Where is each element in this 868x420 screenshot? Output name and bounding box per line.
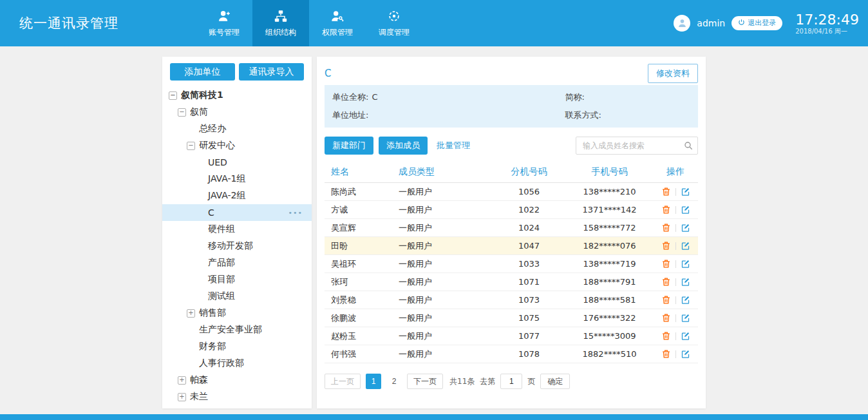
expander-spacer	[196, 192, 204, 200]
member-name: 张珂	[325, 276, 399, 288]
tree-item-menu-icon[interactable]: •••	[288, 209, 303, 217]
delete-member-icon[interactable]	[661, 241, 671, 251]
user-add-icon	[217, 8, 231, 24]
member-extension: 1078	[492, 349, 566, 359]
tree-item-1[interactable]: −叙简	[162, 104, 312, 120]
avatar[interactable]	[674, 15, 690, 32]
expander-spacer	[187, 326, 195, 334]
table-row-8: 赵粉玉一般用户107715*****3009	[325, 327, 698, 345]
tree-item-0[interactable]: −叙简科技1	[162, 87, 312, 104]
collapse-icon[interactable]: −	[169, 91, 177, 100]
nav-dispatch-management[interactable]: 调度管理	[366, 0, 422, 46]
tree-item-3[interactable]: −研发中心	[162, 137, 312, 154]
new-department-button[interactable]: 新建部门	[325, 137, 373, 155]
expand-icon[interactable]: +	[178, 393, 186, 401]
member-name: 田盼	[325, 240, 399, 252]
member-name: 方诚	[325, 204, 399, 216]
expand-icon[interactable]: +	[187, 309, 195, 318]
tree-item-7[interactable]: C•••	[162, 204, 312, 221]
import-contacts-button[interactable]: 通讯录导入	[239, 63, 304, 81]
tree-item-label: 硬件组	[208, 224, 235, 235]
next-page-button[interactable]: 下一页	[407, 374, 443, 389]
unit-info-box: 单位全称:C 简称: 单位地址: 联系方式:	[325, 85, 698, 128]
member-operations	[653, 331, 698, 341]
user-key-icon	[330, 8, 344, 24]
col-operations: 操作	[653, 166, 698, 178]
member-name: 吴祖环	[325, 258, 399, 270]
edit-member-icon[interactable]	[681, 295, 690, 305]
edit-profile-button[interactable]: 修改资料	[648, 64, 698, 83]
member-type: 一般用户	[399, 240, 492, 252]
delete-member-icon[interactable]	[661, 187, 671, 196]
edit-member-icon[interactable]	[681, 205, 690, 215]
edit-member-icon[interactable]	[681, 349, 690, 359]
member-mobile: 158*****772	[566, 223, 653, 233]
tree-item-4[interactable]: UED	[162, 154, 312, 171]
expander-spacer	[187, 359, 195, 368]
goto-page-input[interactable]	[500, 374, 522, 389]
tree-item-6[interactable]: JAVA-2组	[162, 187, 312, 204]
edit-member-icon[interactable]	[681, 277, 690, 287]
prev-page-button[interactable]: 上一页	[325, 374, 361, 389]
tree-item-18[interactable]: +未兰	[162, 388, 312, 405]
edit-member-icon[interactable]	[681, 331, 690, 341]
main-nav: 账号管理 组织结构 权限管理 调度管理	[196, 0, 422, 46]
delete-member-icon[interactable]	[661, 205, 671, 215]
tree-item-15[interactable]: 财务部	[162, 338, 312, 355]
tree-item-label: 未兰	[190, 391, 208, 403]
nav-organization-structure[interactable]: 组织结构	[252, 0, 309, 46]
table-row-7: 徐鹏波一般用户1075176*****322	[325, 309, 698, 327]
edit-member-icon[interactable]	[681, 241, 690, 251]
edit-member-icon[interactable]	[681, 313, 690, 323]
tree-item-16[interactable]: 人事行政部	[162, 355, 312, 372]
nav-account-management[interactable]: 账号管理	[196, 0, 252, 46]
add-member-button[interactable]: 添加成员	[379, 137, 428, 155]
member-type: 一般用户	[399, 348, 492, 360]
edit-member-icon[interactable]	[681, 187, 690, 196]
tree-item-label: UED	[208, 157, 227, 167]
delete-member-icon[interactable]	[661, 313, 671, 323]
goto-confirm-button[interactable]: 确定	[540, 374, 570, 389]
tree-item-5[interactable]: JAVA-1组	[162, 171, 312, 187]
operation-divider	[675, 224, 676, 232]
delete-member-icon[interactable]	[661, 295, 671, 305]
tree-item-13[interactable]: +销售部	[162, 305, 312, 321]
nav-label: 账号管理	[209, 27, 240, 38]
delete-member-icon[interactable]	[661, 331, 671, 341]
batch-manage-link[interactable]: 批量管理	[437, 140, 470, 151]
page-2-button[interactable]: 2	[386, 374, 402, 389]
expander-spacer	[196, 276, 204, 284]
goto-suffix: 页	[527, 376, 535, 387]
page-1-button[interactable]: 1	[366, 374, 381, 389]
table-row-0: 陈尚武一般用户1056138*****210	[325, 183, 698, 201]
tree-item-17[interactable]: +帕森	[162, 372, 312, 388]
delete-member-icon[interactable]	[661, 259, 671, 269]
edit-member-icon[interactable]	[681, 223, 690, 233]
add-unit-button[interactable]: 添加单位	[170, 63, 235, 81]
delete-member-icon[interactable]	[661, 277, 671, 287]
member-search-input[interactable]	[576, 137, 698, 155]
member-extension: 1022	[492, 205, 566, 215]
member-name: 何书强	[325, 348, 399, 360]
expander-spacer	[196, 292, 204, 301]
logout-button[interactable]: 退出登录	[731, 16, 782, 30]
edit-member-icon[interactable]	[681, 259, 690, 269]
search-icon[interactable]	[683, 140, 693, 153]
collapse-icon[interactable]: −	[178, 108, 186, 117]
nav-permission-management[interactable]: 权限管理	[309, 0, 366, 46]
tree-item-14[interactable]: 生产安全事业部	[162, 321, 312, 338]
member-type: 一般用户	[399, 204, 492, 216]
tree-item-2[interactable]: 总经办	[162, 120, 312, 137]
tree-item-11[interactable]: 项目部	[162, 271, 312, 288]
delete-member-icon[interactable]	[661, 349, 671, 359]
expand-icon[interactable]: +	[178, 376, 186, 385]
tree-item-8[interactable]: 硬件组	[162, 221, 312, 238]
delete-member-icon[interactable]	[661, 223, 671, 233]
tree-item-9[interactable]: 移动开发部	[162, 238, 312, 254]
operation-divider	[675, 314, 676, 322]
tree-item-10[interactable]: 产品部	[162, 254, 312, 271]
col-type: 成员类型	[399, 166, 492, 178]
panel-header: C 修改资料	[325, 62, 698, 85]
collapse-icon[interactable]: −	[187, 142, 195, 150]
tree-item-12[interactable]: 测试组	[162, 288, 312, 305]
